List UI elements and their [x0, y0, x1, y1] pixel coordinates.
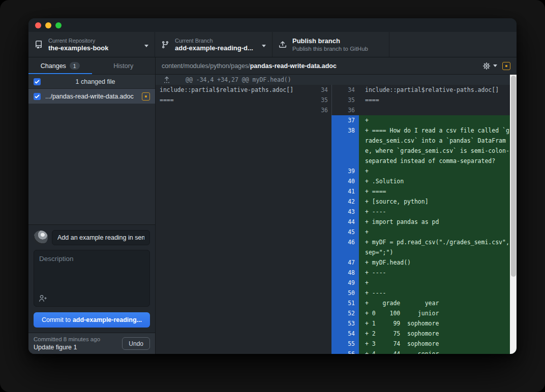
close-window-button[interactable] [35, 22, 41, 28]
diff-new-content: include::partial$relative-paths.adoc[] [359, 85, 517, 95]
diff-new-line-number[interactable]: 50 [331, 288, 359, 298]
diff-old-line-number[interactable] [314, 349, 331, 354]
diff-new-line-number[interactable]: 39 [331, 166, 359, 176]
diff-new-content: + 0 100 junior [359, 308, 517, 318]
diff-new-content: + ---- [359, 268, 517, 278]
diff-new-line-number[interactable]: 34 [331, 85, 359, 95]
diff-old-line-number[interactable] [314, 237, 331, 257]
diff-new-line-number[interactable]: 43 [331, 207, 359, 217]
github-desktop-window: Current Repository the-examples-book Cur… [28, 18, 517, 354]
diff-scrollbar-track[interactable] [510, 75, 517, 354]
tab-history[interactable]: History [92, 57, 156, 74]
diff-old-line-number[interactable] [314, 329, 331, 339]
diff-new-line-number[interactable]: 44 [331, 217, 359, 227]
diff-old-line-number[interactable] [314, 308, 331, 318]
diff-row: 56+ 4 44 senior [156, 349, 517, 354]
tab-changes[interactable]: Changes 1 [28, 57, 92, 74]
diff-new-line-number[interactable]: 37 [331, 115, 359, 125]
zoom-window-button[interactable] [55, 22, 62, 28]
diff-new-line-number[interactable]: 51 [331, 298, 359, 308]
diff-old-line-number[interactable]: 35 [314, 95, 331, 105]
diff-old-line-number[interactable]: 34 [314, 85, 331, 95]
diff-new-content: + 2 75 sophomore [359, 329, 517, 339]
diff-old-line-number[interactable] [314, 318, 331, 329]
add-coauthor-button[interactable] [39, 295, 47, 302]
diff-new-line-number[interactable]: 56 [331, 349, 359, 354]
diff-scrollbar-thumb[interactable] [511, 76, 516, 277]
select-all-checkbox[interactable] [34, 78, 41, 85]
diff-old-line-number[interactable] [314, 115, 331, 125]
diff-new-line-number[interactable]: 52 [331, 308, 359, 318]
diff-new-line-number[interactable]: 38 [331, 125, 359, 166]
commit-button-prefix: Commit to [42, 316, 71, 323]
diff-row: 50+ ---- [156, 288, 517, 298]
sidebar-tabs: Changes 1 History [28, 57, 155, 75]
diff-old-line-number[interactable] [314, 166, 331, 176]
diff-old-line-number[interactable] [314, 186, 331, 197]
expand-hunk-button[interactable] [164, 76, 170, 83]
diff-old-content [156, 268, 314, 278]
diff-old-line-number[interactable] [314, 288, 331, 298]
changed-file-row[interactable]: .../pandas-read-write-data.adoc [28, 89, 155, 104]
avatar [34, 231, 48, 245]
diff-old-line-number[interactable] [314, 268, 331, 278]
current-repository-dropdown[interactable]: Current Repository the-examples-book [28, 32, 155, 57]
minimize-window-button[interactable] [45, 22, 51, 28]
commit-button-branch: add-example-reading... [73, 316, 142, 323]
diff-old-content [156, 308, 314, 318]
diff-old-line-number[interactable] [314, 176, 331, 186]
diff-old-line-number[interactable] [314, 257, 331, 268]
diff-row: 51+ grade year [156, 298, 517, 308]
diff-pane: content/modules/python/pages/pandas-read… [156, 57, 517, 354]
publish-branch-title: Publish branch [292, 37, 368, 45]
diff-old-line-number[interactable] [314, 278, 331, 288]
diff-row: 45+ [156, 227, 517, 237]
diff-old-line-number[interactable] [314, 227, 331, 237]
commit-description-input[interactable] [34, 250, 149, 290]
diff-new-line-number[interactable]: 45 [331, 227, 359, 237]
diff-new-line-number[interactable]: 35 [331, 95, 359, 105]
diff-old-line-number[interactable] [314, 339, 331, 349]
file-checkbox[interactable] [34, 93, 41, 100]
diff-new-line-number[interactable]: 53 [331, 318, 359, 329]
diff-old-line-number[interactable]: 36 [314, 105, 331, 115]
diff-row: 37+ [156, 115, 517, 125]
diff-new-content: + ---- [359, 207, 517, 217]
diff-new-line-number[interactable]: 42 [331, 197, 359, 207]
modified-badge-icon [142, 92, 150, 101]
diff-new-line-number[interactable]: 49 [331, 278, 359, 288]
diff-new-line-number[interactable]: 55 [331, 339, 359, 349]
diff-row: 53+ 1 99 sophomore [156, 318, 517, 329]
publish-branch-button[interactable]: Publish branch Publish this branch to Gi… [272, 32, 389, 57]
diff-new-line-number[interactable]: 47 [331, 257, 359, 268]
diff-old-content [156, 298, 314, 308]
diff-row: 40+ .Solution [156, 176, 517, 186]
diff-row: 41+ ==== [156, 186, 517, 197]
diff-old-line-number[interactable] [314, 217, 331, 227]
file-list-empty-area [28, 104, 155, 224]
diff-old-content [156, 329, 314, 339]
current-branch-dropdown[interactable]: Current Branch add-example-reading-d... [155, 32, 272, 57]
undo-button[interactable]: Undo [122, 337, 150, 350]
diff-old-content [156, 237, 314, 257]
diff-old-line-number[interactable] [314, 298, 331, 308]
diff-old-line-number[interactable] [314, 197, 331, 207]
diff-new-content [359, 105, 517, 115]
diff-old-content: include::partial$relative-paths.adoc[] [156, 85, 314, 95]
committed-ago-text: Committed 8 minutes ago [34, 336, 100, 343]
diff-new-line-number[interactable]: 54 [331, 329, 359, 339]
commit-button[interactable]: Commit to add-example-reading... [34, 312, 150, 328]
diff-new-line-number[interactable]: 46 [331, 237, 359, 257]
diff-row: include::partial$relative-paths.adoc[]34… [156, 85, 517, 95]
diff-new-line-number[interactable]: 40 [331, 176, 359, 186]
commit-summary-input[interactable] [52, 230, 150, 245]
diff-new-line-number[interactable]: 36 [331, 105, 359, 115]
diff-new-line-number[interactable]: 48 [331, 268, 359, 278]
diff-options-button[interactable] [482, 62, 497, 70]
diff-new-line-number[interactable]: 41 [331, 186, 359, 197]
hunk-header-text: @@ -34,4 +34,27 @@ myDF.head() [186, 75, 291, 85]
changed-files-count: 1 changed file [41, 78, 150, 85]
diff-old-line-number[interactable] [314, 125, 331, 166]
diff-old-line-number[interactable] [314, 207, 331, 217]
diff-new-content: + [359, 166, 517, 176]
